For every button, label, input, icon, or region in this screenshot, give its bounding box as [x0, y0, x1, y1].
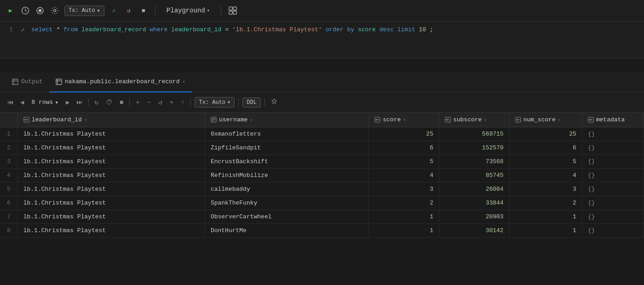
col-header-metadata[interactable]: metadata — [582, 113, 644, 127]
col-header-score[interactable]: score ▾ — [369, 113, 439, 127]
refresh-button[interactable]: ↻ — [92, 97, 101, 108]
rt-divider-1 — [88, 98, 89, 107]
cell-metadata-7: {} — [582, 210, 644, 224]
tx-auto-button[interactable]: Tx: Auto ▾ — [64, 6, 104, 16]
table-row[interactable]: 4 lb.1.Christmas Playtest RefinishMobili… — [0, 169, 644, 182]
username-sort-icon[interactable]: ⇕ — [250, 117, 253, 123]
table-row[interactable]: 8 lb.1.Christmas Playtest DontHurtMe 1 3… — [0, 224, 644, 238]
cell-username-8: DontHurtMe — [205, 224, 368, 238]
undo-icon[interactable]: ↺ — [124, 6, 134, 16]
sql-from-kw: from — [63, 26, 78, 33]
svg-rect-7 — [233, 11, 236, 14]
cell-subscore-3: 73568 — [439, 155, 509, 169]
rows-count-label: 8 rows — [31, 99, 53, 106]
playground-chevron-icon: ▾ — [207, 8, 210, 13]
check-icon[interactable]: ✓ — [109, 6, 119, 16]
col-leaderboard-id-label: leaderboard_id — [32, 116, 82, 123]
table-row[interactable]: 5 lb.1.Christmas Playtest callmebaddy 3 … — [0, 182, 644, 196]
table-body: 1 lb.1.Christmas Playtest 0xmanofletters… — [0, 127, 644, 238]
history-button[interactable]: ⏱ — [104, 97, 115, 108]
settings-icon[interactable] — [50, 6, 60, 16]
table-row[interactable]: 2 lb.1.Christmas Playtest ZipfileSandpit… — [0, 141, 644, 155]
ddl-label: DDL — [247, 99, 257, 106]
cell-metadata-6: {} — [582, 196, 644, 210]
col-header-leaderboard-id[interactable]: leaderboard_id ⇕ — [17, 113, 205, 127]
nav-prev-button[interactable]: ◀ — [18, 97, 26, 107]
subscore-sort-icon[interactable]: ⇕ — [484, 117, 487, 123]
sql-col-name: leaderboard_id — [171, 26, 225, 33]
svg-point-2 — [39, 9, 42, 12]
cell-score-6: 2 — [369, 196, 439, 210]
data-table-container[interactable]: leaderboard_id ⇕ username — [0, 113, 644, 280]
score-sort-icon[interactable]: ▾ — [403, 117, 406, 123]
history-icon[interactable] — [20, 6, 30, 16]
cell-leaderboard-id-4: lb.1.Christmas Playtest — [17, 169, 205, 182]
cell-subscore-7: 20903 — [439, 210, 509, 224]
tab-close-icon[interactable]: ✕ — [182, 79, 185, 85]
tx-results-label: Tx: Auto — [199, 99, 225, 106]
cell-leaderboard-id-1: lb.1.Christmas Playtest — [17, 127, 205, 141]
sql-editor[interactable]: 1 ✓ select * from leaderboard_record whe… — [0, 22, 644, 58]
num-score-col-icon — [515, 117, 521, 123]
cell-numscore-4: 4 — [509, 169, 582, 182]
nav-first-button[interactable]: ⏮ — [6, 98, 16, 107]
playground-button[interactable]: Playground ▾ — [162, 6, 214, 16]
cell-username-5: callmebaddy — [205, 182, 368, 196]
username-col-icon — [211, 117, 217, 123]
col-username-label: username — [219, 116, 247, 123]
editor-spacer — [0, 58, 644, 72]
col-header-username[interactable]: username ⇕ — [205, 113, 368, 127]
leaderboard-id-sort-icon[interactable]: ⇕ — [84, 117, 87, 123]
sql-limit-val: 10 — [419, 26, 426, 33]
export-button[interactable]: ↑ — [178, 97, 187, 108]
cell-rownum-1: 1 — [0, 127, 17, 141]
pin-button[interactable] — [269, 97, 280, 108]
redo-results-button[interactable]: ↷ — [167, 97, 176, 108]
undo-results-button[interactable]: ↺ — [156, 97, 164, 108]
col-metadata-label: metadata — [596, 116, 625, 123]
tx-results-chevron-icon: ▾ — [227, 99, 230, 106]
sql-table-name: leaderboard_record — [81, 26, 150, 33]
nav-next-button[interactable]: ▶ — [64, 97, 71, 107]
cell-score-7: 1 — [369, 210, 439, 224]
col-header-rownum — [0, 113, 17, 127]
tab-table[interactable]: nakama.public.leaderboard_record ✕ — [49, 72, 192, 92]
cell-rownum-4: 4 — [0, 169, 17, 182]
table-tab-icon — [56, 79, 62, 85]
ddl-button[interactable]: DDL — [242, 97, 261, 108]
svg-rect-11 — [56, 79, 62, 85]
sql-order-col: score — [358, 26, 376, 33]
add-row-button[interactable]: + — [133, 97, 142, 108]
table-row[interactable]: 6 lb.1.Christmas Playtest SpankTheFunky … — [0, 196, 644, 210]
nav-last-button[interactable]: ⏭ — [75, 98, 85, 107]
cell-score-4: 4 — [369, 169, 439, 182]
stop-results-button[interactable]: ■ — [117, 97, 126, 108]
stop-icon[interactable]: ■ — [138, 6, 149, 16]
grid-icon[interactable] — [228, 6, 238, 16]
play-button[interactable]: ▶ — [6, 6, 16, 16]
toolbar-divider-2 — [221, 6, 221, 15]
cell-username-6: SpankTheFunky — [205, 196, 368, 210]
cell-metadata-5: {} — [582, 182, 644, 196]
cell-numscore-5: 3 — [509, 182, 582, 196]
table-row[interactable]: 3 lb.1.Christmas Playtest EncrustBackshi… — [0, 155, 644, 169]
line-number-1: 1 — [0, 25, 18, 34]
cell-leaderboard-id-8: lb.1.Christmas Playtest — [17, 224, 205, 238]
col-score-label: score — [383, 116, 401, 123]
tab-output[interactable]: Output — [6, 72, 49, 92]
cell-leaderboard-id-6: lb.1.Christmas Playtest — [17, 196, 205, 210]
table-row[interactable]: 1 lb.1.Christmas Playtest 0xmanofletters… — [0, 127, 644, 141]
tx-results-button[interactable]: Tx: Auto ▾ — [195, 97, 235, 108]
cell-rownum-6: 6 — [0, 196, 17, 210]
record-icon[interactable] — [35, 6, 45, 16]
score-col-icon — [374, 117, 380, 123]
remove-row-button[interactable]: − — [145, 97, 153, 108]
rt-divider-2 — [129, 98, 130, 107]
table-row[interactable]: 7 lb.1.Christmas Playtest ObserverCartwh… — [0, 210, 644, 224]
rows-count-button[interactable]: 8 rows ▾ — [29, 98, 61, 107]
num-score-sort-icon[interactable]: ⇕ — [558, 117, 561, 123]
sql-query-line[interactable]: select * from leaderboard_record where l… — [28, 25, 644, 34]
col-header-subscore[interactable]: subscore ⇕ — [439, 113, 509, 127]
col-header-num-score[interactable]: num_score ⇕ — [509, 113, 582, 127]
results-toolbar: ⏮ ◀ 8 rows ▾ ▶ ⏭ ↻ ⏱ ■ + − ↺ ↷ ↑ Tx: Aut… — [0, 92, 644, 113]
